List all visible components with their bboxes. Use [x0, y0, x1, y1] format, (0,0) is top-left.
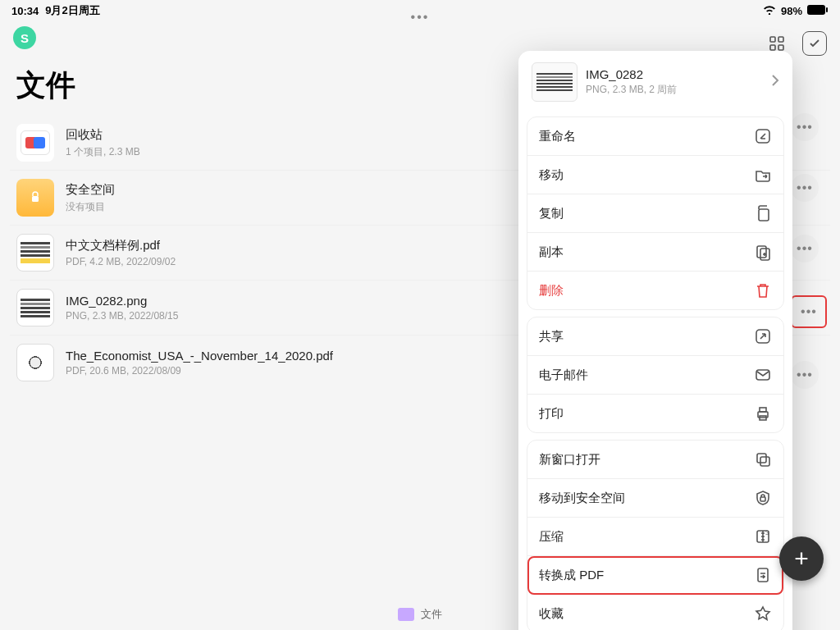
menu-label: 电子邮件 — [539, 368, 588, 383]
row-more-icon[interactable]: ••• — [791, 113, 819, 141]
svg-rect-18 — [760, 497, 765, 501]
mail-icon — [754, 366, 772, 384]
row-more-icon[interactable]: ••• — [791, 174, 819, 202]
sheet-subtitle: PNG, 2.3 MB, 2 周前 — [586, 83, 677, 97]
svg-text:3: 3 — [765, 529, 769, 536]
row-more-icon[interactable]: ••• — [791, 295, 827, 328]
svg-rect-0 — [807, 5, 825, 15]
star-icon — [754, 605, 772, 623]
archive-icon: 3 — [754, 527, 772, 546]
sheet-title: IMG_0282 — [586, 67, 677, 81]
convert-icon — [754, 566, 772, 584]
menu-label: 打印 — [539, 406, 564, 422]
svg-rect-14 — [760, 408, 766, 412]
tab-label: 文件 — [421, 607, 442, 622]
select-icon[interactable] — [802, 31, 827, 56]
svg-rect-6 — [32, 196, 39, 202]
add-button[interactable]: + — [779, 536, 824, 581]
menu-label: 复制 — [539, 206, 564, 221]
copy-button[interactable]: 复制 — [527, 194, 783, 233]
pdf-thumb-icon — [16, 344, 54, 381]
copy-icon — [754, 204, 772, 222]
print-icon — [754, 404, 772, 422]
menu-label: 重命名 — [539, 129, 576, 144]
status-date: 9月2日周五 — [45, 3, 99, 18]
png-thumb-icon — [16, 289, 54, 326]
menu-label: 移动到安全空间 — [539, 491, 625, 506]
move-secure-button[interactable]: 移动到安全空间 — [527, 479, 783, 518]
svg-rect-2 — [770, 37, 775, 42]
menu-label: 共享 — [539, 329, 564, 345]
menu-label: 删除 — [539, 283, 564, 299]
menu-label: 转换成 PDF — [539, 568, 604, 583]
trash-icon — [754, 281, 772, 299]
row-actions-column: ••• ••• ••• ••• ••• — [791, 113, 827, 389]
wifi-icon — [763, 5, 776, 17]
svg-rect-4 — [770, 45, 775, 50]
folder-icon — [398, 608, 414, 621]
move-icon — [754, 166, 772, 184]
share-icon — [754, 327, 772, 345]
share-button[interactable]: 共享 — [527, 317, 783, 356]
sheet-group-edit: 重命名 移动 复制 副本 删除 — [527, 116, 784, 310]
row-more-icon[interactable]: ••• — [791, 235, 819, 262]
svg-rect-3 — [778, 37, 783, 42]
svg-rect-8 — [759, 209, 769, 221]
new-window-button[interactable]: 新窗口打开 — [527, 441, 783, 479]
sheet-thumb-icon — [532, 62, 578, 102]
svg-rect-1 — [826, 7, 828, 12]
sheet-header[interactable]: IMG_0282 PNG, 2.3 MB, 2 周前 — [527, 59, 784, 110]
action-sheet: IMG_0282 PNG, 2.3 MB, 2 周前 重命名 移动 复制 副本 … — [518, 51, 792, 630]
pdf-thumb-icon — [16, 234, 54, 272]
sheet-group-more: 新窗口打开 移动到安全空间 压缩 3 转换成 PDF 收藏 — [527, 440, 784, 630]
compress-button[interactable]: 压缩 3 — [527, 518, 783, 556]
chevron-right-icon[interactable] — [771, 74, 779, 90]
avatar[interactable]: S — [13, 26, 36, 49]
menu-label: 收藏 — [539, 606, 564, 622]
svg-rect-5 — [778, 45, 783, 50]
rename-button[interactable]: 重命名 — [527, 117, 783, 156]
duplicate-button[interactable]: 副本 — [527, 233, 783, 272]
lock-icon — [754, 489, 772, 507]
battery-text: 98% — [781, 5, 802, 17]
bottom-tab[interactable]: 文件 — [398, 607, 442, 622]
rename-icon — [754, 127, 772, 145]
sheet-group-share: 共享 电子邮件 打印 — [527, 317, 784, 433]
menu-label: 压缩 — [539, 529, 564, 545]
move-button[interactable]: 移动 — [527, 156, 783, 194]
menu-label: 新窗口打开 — [539, 452, 600, 468]
svg-rect-16 — [757, 454, 766, 463]
menu-label: 副本 — [539, 244, 564, 260]
svg-rect-17 — [760, 457, 769, 466]
duplicate-icon — [754, 243, 772, 261]
favorite-button[interactable]: 收藏 — [527, 595, 783, 630]
delete-button[interactable]: 删除 — [527, 272, 783, 309]
secure-folder-icon — [16, 179, 54, 217]
email-button[interactable]: 电子邮件 — [527, 356, 783, 395]
battery-icon — [807, 5, 829, 17]
header-more-icon[interactable]: ••• — [411, 10, 430, 25]
convert-pdf-button[interactable]: 转换成 PDF — [527, 556, 783, 595]
menu-label: 移动 — [539, 167, 564, 183]
trash-icon — [16, 124, 54, 162]
status-time: 10:34 — [11, 5, 39, 17]
window-icon — [754, 450, 772, 468]
print-button[interactable]: 打印 — [527, 395, 783, 432]
row-more-icon[interactable]: ••• — [791, 361, 819, 389]
svg-rect-12 — [756, 370, 769, 380]
